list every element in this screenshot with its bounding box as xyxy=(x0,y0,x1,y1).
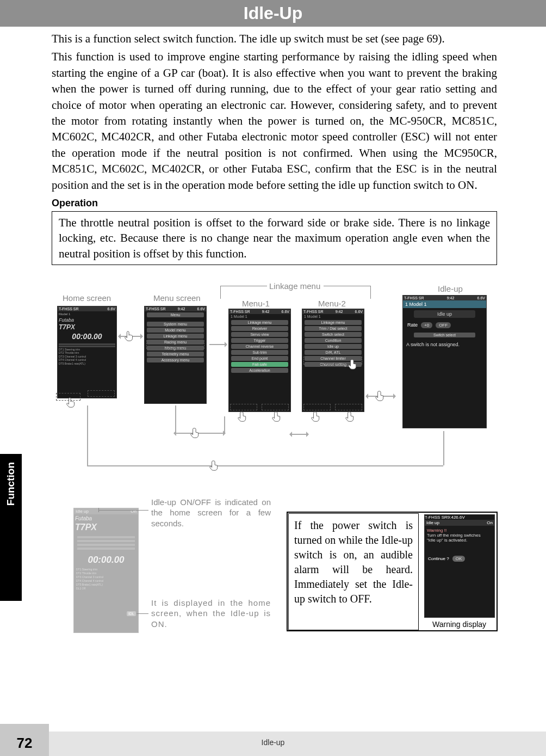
menu-screen: T-FHSS SR9:426.6V Menu System menu Model… xyxy=(144,306,207,404)
warning-display-label: Warning display xyxy=(432,620,486,629)
page-header: Idle-Up xyxy=(0,0,546,27)
tap-hand-icon xyxy=(375,390,387,402)
switch-not-assigned: A switch is not assigned. xyxy=(403,340,486,349)
operation-body: The throttle neutral position is offset … xyxy=(59,216,490,260)
operation-box: The throttle neutral position is offset … xyxy=(52,211,497,265)
intro-text: This is a function select switch functio… xyxy=(52,31,497,193)
side-tab-function: Function xyxy=(0,454,22,601)
tap-hand-icon xyxy=(272,411,284,423)
tap-hand-icon xyxy=(348,359,360,371)
tap-hand-icon xyxy=(345,411,357,423)
tap-hand-icon xyxy=(238,411,250,423)
linkage-menu-label: Linkage menu xyxy=(269,281,320,291)
footer-title: Idle-up xyxy=(0,738,546,747)
operation-heading: Operation xyxy=(52,198,497,209)
home-timer: 00:00.00 xyxy=(58,332,116,341)
rate-value: +0 xyxy=(421,322,432,328)
tap-hand-icon xyxy=(190,427,202,439)
power-warning-box: If the power switch is turned on while t… xyxy=(288,513,419,630)
idleup-screen: T-FHSS SR9:426.6V 1 Model 1 Idle up Rate… xyxy=(402,295,487,428)
lower-notes-area: Idle up On Futaba T7PX 00:00.00 DT1 Stee… xyxy=(52,497,497,649)
linkage-menu-1: T-FHSS SR9:426.6V 1 Model 1 Linkage menu… xyxy=(228,309,291,412)
intro-p2: This function is used to improve engine … xyxy=(52,49,497,193)
idl-badge: IDL xyxy=(127,611,136,616)
home-screen-dimmed: Idle up On Futaba T7PX 00:00.00 DT1 Stee… xyxy=(73,508,139,633)
menu2-label: Menu-2 xyxy=(318,299,346,308)
idleup-label: Idle-up xyxy=(438,284,463,293)
intro-p1: This is a function select switch functio… xyxy=(52,31,497,47)
warning-display-screen: T-FHSS SR9:426.6V Idle up On Warning !! … xyxy=(424,514,495,618)
page-title: Idle-Up xyxy=(244,3,302,23)
tap-hand-icon xyxy=(123,330,135,342)
page-footer: 72 Idle-up xyxy=(0,732,546,756)
switch-select: Switch select xyxy=(414,333,475,337)
home-screen: T-FHSS SR6.6V Model 1 Futaba T7PX 00:00.… xyxy=(57,306,117,398)
tap-hand-icon xyxy=(311,411,323,423)
note-idle-onoff: Idle-up ON/OFF is indicated on the home … xyxy=(151,497,271,529)
ok-button[interactable]: OK xyxy=(452,556,466,562)
note-idle-displayed: It is displayed in the home screen, when… xyxy=(151,598,271,630)
idleup-title: Idle up xyxy=(414,310,475,318)
tap-hand-icon xyxy=(209,460,221,472)
rate-off-pill: OFF xyxy=(436,322,451,328)
menu-screen-label: Menu screen xyxy=(153,293,201,303)
menu1-label: Menu-1 xyxy=(242,299,270,308)
navigation-diagram: Home screen Menu screen Linkage menu Men… xyxy=(52,276,497,494)
home-screen-label: Home screen xyxy=(63,293,111,303)
tap-hand-icon xyxy=(65,397,77,409)
